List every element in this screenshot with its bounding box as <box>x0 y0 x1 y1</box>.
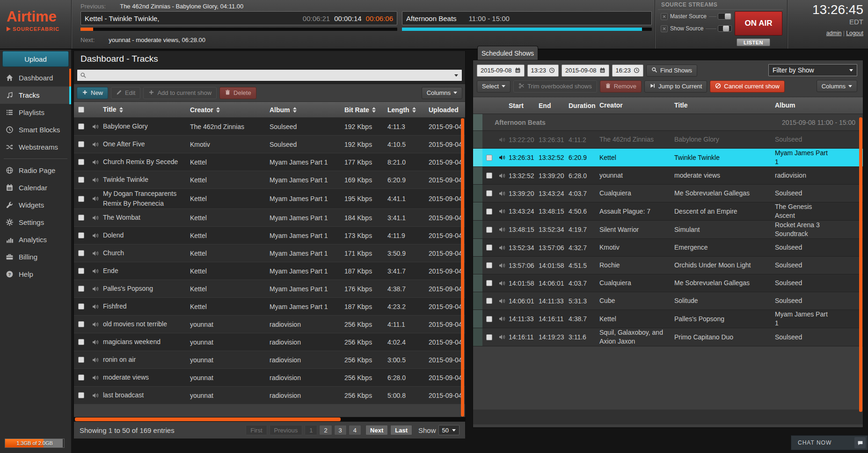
trim-overbooked-button[interactable]: Trim overbooked shows <box>513 80 597 93</box>
speaker-icon[interactable] <box>92 303 99 310</box>
table-row[interactable]: FishfredKettelMyam James Part 1187 Kbps4… <box>74 298 465 316</box>
show-source-disconnect-icon[interactable] <box>661 25 668 32</box>
speaker-icon[interactable] <box>498 333 506 341</box>
remove-button[interactable]: Remove <box>600 80 642 93</box>
edit-button[interactable]: Edit <box>111 87 140 99</box>
sidebar-item-help[interactable]: ?Help <box>0 266 71 283</box>
speaker-icon[interactable] <box>92 195 99 202</box>
row-checkbox[interactable] <box>486 155 492 161</box>
schedule-row-current[interactable]: 13:26:3113:32:526:20.9KettelTwinkle Twin… <box>473 149 863 167</box>
table-row[interactable]: ronin on airyounnatradiovision256 Kbps3:… <box>74 351 465 369</box>
sidebar-item-settings[interactable]: Settings <box>0 214 71 231</box>
horizontal-scrollbar-thumb[interactable] <box>75 417 341 421</box>
table-row[interactable]: old movies not terribleyounnatradiovisio… <box>74 316 465 333</box>
row-checkbox[interactable] <box>486 227 492 233</box>
listen-button[interactable]: LISTEN <box>737 38 770 46</box>
row-checkbox[interactable] <box>78 339 84 345</box>
master-source-toggle[interactable] <box>718 13 732 20</box>
show-header-row[interactable]: Afternoon Beats2015-09-08 11:00 - 15:00 <box>473 114 863 131</box>
row-checkbox[interactable] <box>78 303 84 309</box>
row-checkbox[interactable] <box>78 196 84 202</box>
speaker-icon[interactable] <box>498 208 506 215</box>
pagination-page-1[interactable]: 1 <box>305 425 317 435</box>
speaker-icon[interactable] <box>92 214 99 222</box>
start-date-input[interactable]: 2015-09-08 <box>477 65 525 77</box>
row-checkbox[interactable] <box>486 316 492 322</box>
sidebar-item-widgets[interactable]: Widgets <box>0 196 71 214</box>
column-header-uploaded[interactable]: Uploaded <box>429 106 465 114</box>
column-header-start[interactable]: Start <box>509 102 539 109</box>
speaker-icon[interactable] <box>498 190 506 197</box>
chat-now-bar[interactable]: CHAT NOW <box>791 435 868 450</box>
start-time-input[interactable]: 13:23 <box>527 65 559 77</box>
table-row[interactable]: Palles's PopsongKettelMyam James Part 11… <box>74 280 465 298</box>
speaker-icon[interactable] <box>92 232 99 239</box>
speaker-icon[interactable] <box>498 315 506 323</box>
pagination-page-4[interactable]: 4 <box>349 425 361 435</box>
schedule-row[interactable]: 13:52:3413:57:064:32.7KmotivEmergenceSou… <box>473 239 863 257</box>
table-row[interactable]: magicians weekendyounnatradiovision256 K… <box>74 333 465 351</box>
column-header-end[interactable]: End <box>539 102 569 109</box>
new-button[interactable]: New <box>77 87 108 99</box>
pagination-page-3[interactable]: 3 <box>334 425 347 435</box>
speaker-icon[interactable] <box>498 280 506 287</box>
speaker-icon[interactable] <box>92 285 99 293</box>
row-checkbox[interactable] <box>486 190 492 196</box>
table-row[interactable]: Babylone GloryThe 462nd ZinniasSoulseed1… <box>74 118 465 136</box>
row-checkbox[interactable] <box>78 159 84 165</box>
schedule-row[interactable]: 14:06:0114:11:335:31.3CubeSolitudeSoulse… <box>473 292 863 310</box>
add-to-current-show-button[interactable]: Add to current show <box>143 87 217 99</box>
schedule-row[interactable]: 14:01:5814:06:014:03.7CualquieraMe Sobre… <box>473 274 863 292</box>
speaker-icon[interactable] <box>498 226 506 233</box>
row-checkbox[interactable] <box>78 123 84 129</box>
speaker-icon[interactable] <box>92 392 99 399</box>
row-checkbox[interactable] <box>486 209 492 215</box>
pagination-previous-button[interactable]: Previous <box>270 425 303 435</box>
speaker-icon[interactable] <box>92 176 99 184</box>
column-header-creator[interactable]: Creator <box>599 101 674 110</box>
row-checkbox[interactable] <box>78 250 84 256</box>
speaker-icon[interactable] <box>92 267 99 275</box>
row-checkbox[interactable] <box>78 392 84 398</box>
filter-by-show-select[interactable]: Filter by Show <box>768 64 857 76</box>
row-checkbox[interactable] <box>78 374 84 381</box>
speaker-icon[interactable] <box>92 250 99 257</box>
speaker-icon[interactable] <box>92 374 99 381</box>
table-row[interactable]: ChurchKettelMyam James Part 1171 Kbps3:5… <box>74 244 465 262</box>
speaker-icon[interactable] <box>92 338 99 346</box>
table-row[interactable]: Church Remix By SecedeKettelMyam James P… <box>74 153 465 171</box>
schedule-row[interactable]: 13:32:5213:39:206:28.0younnatmoderate vi… <box>473 167 863 185</box>
table-row[interactable]: EndeKettelMyam James Part 1187 Kbps3:41.… <box>74 262 465 280</box>
schedule-row[interactable]: 13:48:1513:52:344:19.7Silent WarriorSimu… <box>473 221 863 239</box>
tab-scheduled-shows[interactable]: Scheduled Shows <box>477 46 538 60</box>
column-header-duration[interactable]: Duration <box>569 102 599 109</box>
speaker-icon[interactable] <box>498 154 506 161</box>
table-row[interactable]: moderate viewsyounnatradiovision256 Kbps… <box>74 369 465 387</box>
sidebar-item-billing[interactable]: Billing <box>0 248 71 266</box>
sidebar-item-tracks[interactable]: Tracks <box>0 86 71 104</box>
sort-icon[interactable] <box>293 107 297 113</box>
table-row[interactable]: The WombatKettelMyam James Part 1184 Kbp… <box>74 209 465 227</box>
speaker-icon[interactable] <box>92 321 99 328</box>
sidebar-item-dashboard[interactable]: Dashboard <box>0 69 71 86</box>
schedule-row-played[interactable]: 13:22:2013:26:314:11.2The 462nd ZinniasB… <box>473 131 863 149</box>
row-checkbox[interactable] <box>486 262 492 268</box>
speaker-icon[interactable] <box>498 297 506 305</box>
master-source-disconnect-icon[interactable] <box>661 13 668 20</box>
row-checkbox[interactable] <box>486 280 492 286</box>
column-header-title[interactable]: Title <box>674 101 775 110</box>
select-all-checkbox[interactable] <box>78 107 84 113</box>
column-header-album[interactable]: Album <box>270 106 344 114</box>
logout-link[interactable]: Logout <box>846 30 863 36</box>
row-checkbox[interactable] <box>78 177 84 183</box>
column-header-bit-rate[interactable]: Bit Rate <box>344 106 387 114</box>
speaker-icon[interactable] <box>498 172 506 180</box>
library-columns-button[interactable]: Columns <box>422 87 462 99</box>
schedule-columns-button[interactable]: Columns <box>817 80 857 92</box>
search-input[interactable] <box>89 70 451 81</box>
table-row[interactable]: One After FiveKmotivSoulseed192 Kbps4:10… <box>74 136 465 153</box>
user-link[interactable]: admin <box>826 30 842 36</box>
row-checkbox[interactable] <box>78 232 84 238</box>
cancel-current-show-button[interactable]: Cancel current show <box>710 80 785 93</box>
table-row[interactable]: last broadcastyounnatradiovision256 Kbps… <box>74 387 465 404</box>
